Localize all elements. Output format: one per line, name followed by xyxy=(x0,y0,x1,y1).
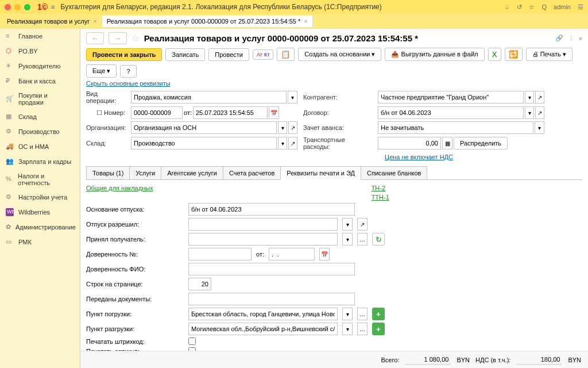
search-icon[interactable]: Q xyxy=(541,3,547,10)
dropdown-icon[interactable]: ▾ xyxy=(288,91,297,103)
dropdown-icon[interactable]: ▾ xyxy=(342,218,353,231)
exchange-button[interactable]: 🔁 xyxy=(505,48,523,61)
menu-icon[interactable]: ≡ xyxy=(51,3,55,10)
lines-input[interactable] xyxy=(188,278,211,290)
ttn1-link[interactable]: ТТН-1 xyxy=(372,194,389,201)
contract-input[interactable] xyxy=(378,106,524,119)
post-button[interactable]: Провести xyxy=(208,48,249,61)
sidebar-item-bank[interactable]: ₽Банк и касса xyxy=(0,74,80,89)
menu-dots-icon[interactable]: ☰ xyxy=(578,3,583,11)
dropdown-icon[interactable]: ▾ xyxy=(342,323,353,335)
sidebar-item-taxes[interactable]: %Налоги и отчетность xyxy=(0,169,80,190)
mac-max[interactable] xyxy=(24,4,30,10)
close-icon[interactable]: × xyxy=(579,35,582,42)
doc-tab-1[interactable]: Реализация товаров и услуг × xyxy=(2,16,102,27)
tab-print-details[interactable]: Реквизиты печати и ЭД xyxy=(280,166,361,180)
sidebar-item-assets[interactable]: 🚚ОС и НМА xyxy=(0,139,80,154)
org-input[interactable] xyxy=(131,121,277,134)
optype-input[interactable] xyxy=(131,91,287,103)
print-button[interactable]: 🖨 Печать ▾ xyxy=(526,48,572,61)
sidebar-item-salary[interactable]: 👥Зарплата и кадры xyxy=(0,154,80,169)
transmitted-input[interactable] xyxy=(188,293,355,305)
help-button[interactable]: ? xyxy=(120,65,136,78)
release-input[interactable] xyxy=(188,218,338,231)
basis-input[interactable] xyxy=(188,203,355,216)
contragent-input[interactable] xyxy=(378,91,524,103)
create-based-button[interactable]: Создать на основании ▾ xyxy=(298,48,381,61)
calc-icon[interactable]: ▦ xyxy=(442,137,452,150)
sidebar-item-main[interactable]: ≡Главное xyxy=(0,29,80,44)
history-icon[interactable]: ↺ xyxy=(517,3,522,11)
dropdown-icon[interactable]: ▾ xyxy=(342,233,353,246)
add-button[interactable]: + xyxy=(372,308,385,320)
sidebar-item-rmk[interactable]: ▭РМК xyxy=(0,235,80,250)
vat-link[interactable]: Цена не включает НДС xyxy=(385,154,453,160)
more-button[interactable]: Еще ▾ xyxy=(86,64,117,78)
sidebar-item-manager[interactable]: ✳Руководителю xyxy=(0,59,80,74)
sidebar-item-sales[interactable]: 🛒Покупки и продажи xyxy=(0,89,80,109)
dropdown-icon[interactable]: ▾ xyxy=(278,137,287,150)
dropdown-icon[interactable]: ▾ xyxy=(342,308,353,320)
receiver-input[interactable] xyxy=(188,233,338,246)
hide-main-link[interactable]: Скрыть основные реквизиты xyxy=(86,80,171,87)
advance-input[interactable] xyxy=(378,121,533,134)
nav-back-button[interactable]: ← xyxy=(86,32,104,44)
tab-goods[interactable]: Товары (1) xyxy=(86,166,130,179)
bell-icon[interactable]: ♤ xyxy=(504,3,510,11)
excel-button[interactable]: X xyxy=(488,48,501,61)
nav-fwd-button[interactable]: → xyxy=(109,32,126,44)
add-button[interactable]: + xyxy=(372,323,385,335)
dropdown-icon[interactable]: ▾ xyxy=(278,121,287,134)
tab-accounts[interactable]: Счета расчетов xyxy=(223,166,281,179)
doc-tab-2[interactable]: Реализация товаров и услуг 0000-000009 о… xyxy=(102,16,313,27)
tn2-link[interactable]: ТН-2 xyxy=(372,185,389,191)
tab-services[interactable]: Услуги xyxy=(129,166,161,179)
mac-min[interactable] xyxy=(14,4,21,10)
attorney-fio-input[interactable] xyxy=(188,263,355,275)
load-point-input[interactable] xyxy=(188,308,338,320)
open-icon[interactable]: ↗ xyxy=(357,218,368,231)
structure-button[interactable]: 📋 xyxy=(277,48,295,61)
close-icon[interactable]: × xyxy=(93,18,96,25)
more-icon[interactable]: ⋮ xyxy=(568,34,574,42)
mac-close[interactable] xyxy=(5,4,11,10)
open-icon[interactable]: ↗ xyxy=(288,137,297,150)
favorite-icon[interactable]: ☆ xyxy=(131,33,140,44)
sidebar-item-poby[interactable]: ⬡PO.BY xyxy=(0,44,80,59)
link-icon[interactable]: 🔗 xyxy=(555,34,563,42)
warehouse-input[interactable] xyxy=(131,137,277,150)
sidebar-item-settings[interactable]: ⚙Настройки учета xyxy=(0,190,80,205)
write-button[interactable]: Записать xyxy=(165,48,205,61)
close-icon[interactable]: × xyxy=(304,18,307,25)
number-input[interactable] xyxy=(131,106,183,119)
more-dots-icon[interactable]: … xyxy=(357,233,368,246)
sidebar-item-admin[interactable]: ✿Администрирование xyxy=(0,220,80,235)
transport-input[interactable] xyxy=(378,137,441,150)
user-label[interactable]: admin xyxy=(554,3,571,10)
common-link[interactable]: Общие для накладных xyxy=(86,185,153,201)
tab-blanks[interactable]: Списание бланков xyxy=(361,166,427,179)
distribute-button[interactable]: Распределить xyxy=(454,137,508,150)
sidebar-item-production[interactable]: ⚙Производство xyxy=(0,124,80,139)
star-icon[interactable]: ☆ xyxy=(529,3,535,11)
open-icon[interactable]: ↗ xyxy=(535,91,544,103)
dtkt-button[interactable]: АтКт xyxy=(253,49,273,60)
calendar-icon[interactable]: 📅 xyxy=(269,106,279,119)
barcode-checkbox[interactable] xyxy=(188,338,196,345)
open-icon[interactable]: ↗ xyxy=(535,106,544,119)
dropdown-icon[interactable]: ▾ xyxy=(525,106,534,119)
open-icon[interactable]: ↗ xyxy=(288,121,297,134)
date-input[interactable] xyxy=(193,106,268,119)
refresh-button[interactable]: ↻ xyxy=(372,233,385,246)
more-dots-icon[interactable]: … xyxy=(357,308,368,320)
post-close-button[interactable]: Провести и закрыть xyxy=(86,48,162,61)
tab-agent[interactable]: Агентские услуги xyxy=(161,166,223,179)
dropdown-icon[interactable]: ▾ xyxy=(525,91,534,103)
calendar-icon[interactable]: 📅 xyxy=(319,248,330,260)
dropdown-icon[interactable]: ▾ xyxy=(535,121,544,134)
export-file-button[interactable]: 📤 Выгрузить данные в файл xyxy=(385,48,484,61)
sidebar-item-warehouse[interactable]: ▦Склад xyxy=(0,109,80,124)
unload-point-input[interactable] xyxy=(188,323,338,335)
more-dots-icon[interactable]: … xyxy=(357,323,368,335)
attorney-date-input[interactable] xyxy=(269,248,315,260)
